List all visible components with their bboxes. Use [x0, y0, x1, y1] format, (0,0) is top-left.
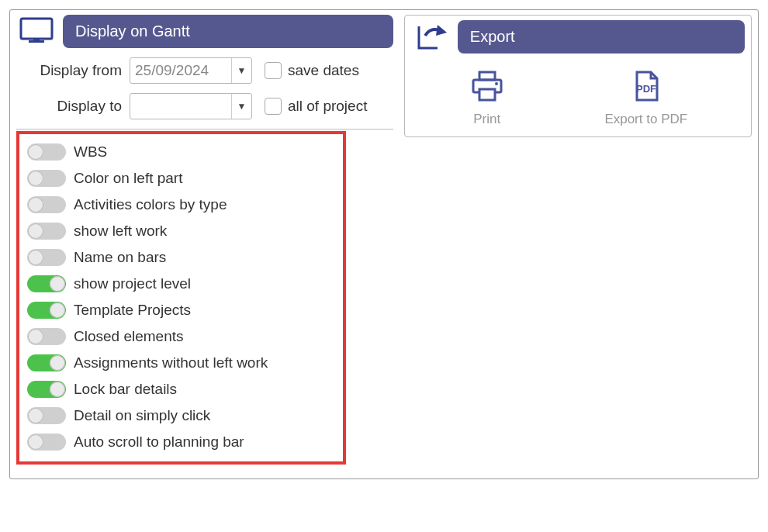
printer-icon: [469, 69, 506, 107]
settings-dialog: Display on Gantt Display from ▼ save dat…: [9, 9, 759, 479]
display-to-dropdown[interactable]: ▼: [231, 94, 251, 119]
toggle-label: Closed elements: [74, 328, 184, 345]
toggle-switch[interactable]: [27, 275, 66, 292]
export-panel: Export Print: [404, 15, 752, 137]
toggle-label: show left work: [74, 223, 167, 240]
toggle-label: show project level: [74, 275, 191, 292]
display-from-input[interactable]: [130, 58, 231, 83]
toggle-row: show project level: [27, 275, 337, 292]
svg-point-6: [495, 82, 498, 85]
toggle-switch[interactable]: [27, 381, 66, 398]
save-dates-label: save dates: [288, 62, 359, 79]
export-actions: Print PDF Export to PDF: [411, 63, 745, 129]
toggle-switch[interactable]: [27, 170, 66, 187]
toggle-label: Color on left part: [74, 170, 182, 187]
all-of-project-label: all of project: [288, 98, 367, 115]
toggle-switch[interactable]: [27, 354, 66, 371]
gantt-panel: Display on Gantt Display from ▼ save dat…: [16, 15, 393, 465]
toggle-row: Closed elements: [27, 328, 337, 345]
toggle-row: Lock bar details: [27, 381, 337, 398]
monitor-icon: [16, 15, 57, 48]
date-filters: Display from ▼ save dates Display to ▼: [16, 57, 393, 119]
toggle-label: Assignments without left work: [74, 354, 268, 371]
toggle-label: WBS: [74, 143, 107, 161]
export-pdf-button[interactable]: PDF Export to PDF: [604, 69, 687, 127]
svg-text:PDF: PDF: [636, 83, 656, 95]
toggle-row: WBS: [27, 143, 337, 161]
toggle-label: Lock bar details: [74, 381, 177, 398]
toggle-switch[interactable]: [27, 302, 66, 319]
display-from-label: Display from: [21, 62, 130, 79]
display-to-label: Display to: [21, 98, 130, 115]
pdf-icon: PDF: [628, 69, 665, 107]
toggle-label: Activities colors by type: [74, 196, 227, 213]
export-panel-head: Export: [411, 20, 745, 54]
display-from-field[interactable]: ▼: [130, 57, 252, 84]
toggle-label: Name on bars: [74, 249, 166, 266]
toggle-switch[interactable]: [27, 223, 66, 240]
toggle-label: Detail on simply click: [74, 407, 210, 424]
display-from-row: Display from ▼ save dates: [21, 57, 393, 84]
toggle-switch[interactable]: [27, 143, 66, 161]
toggle-switch[interactable]: [27, 434, 66, 451]
toggle-row: show left work: [27, 223, 337, 240]
svg-rect-0: [21, 19, 52, 39]
export-pdf-label: Export to PDF: [604, 112, 687, 127]
print-button[interactable]: Print: [469, 69, 506, 127]
toggle-switch[interactable]: [27, 328, 66, 345]
toggle-label: Auto scroll to planning bar: [74, 434, 244, 451]
export-col: Export Print: [404, 15, 752, 137]
export-panel-title: Export: [458, 20, 745, 54]
display-to-row: Display to ▼ all of project: [21, 93, 393, 119]
save-dates-wrap: save dates: [265, 62, 359, 79]
save-dates-checkbox[interactable]: [265, 62, 282, 79]
toggle-row: Name on bars: [27, 249, 337, 266]
export-icon: [411, 20, 451, 54]
toggle-row: Assignments without left work: [27, 354, 337, 371]
toggle-label: Template Projects: [74, 302, 191, 319]
toggle-row: Auto scroll to planning bar: [27, 434, 337, 451]
display-to-input[interactable]: [130, 94, 231, 119]
gantt-panel-title: Display on Gantt: [63, 15, 393, 48]
all-of-project-checkbox[interactable]: [265, 98, 282, 115]
print-label: Print: [473, 112, 500, 127]
all-of-project-wrap: all of project: [265, 98, 367, 115]
toggle-row: Activities colors by type: [27, 196, 337, 213]
gantt-toggle-list: WBSColor on left partActivities colors b…: [16, 131, 346, 465]
display-from-dropdown[interactable]: ▼: [231, 58, 251, 83]
divider: [16, 129, 393, 130]
svg-rect-2: [33, 39, 40, 42]
toggle-switch[interactable]: [27, 407, 66, 424]
toggle-switch[interactable]: [27, 249, 66, 266]
toggle-row: Color on left part: [27, 170, 337, 187]
toggle-row: Template Projects: [27, 302, 337, 319]
toggle-row: Detail on simply click: [27, 407, 337, 424]
display-to-field[interactable]: ▼: [130, 93, 252, 119]
svg-rect-5: [479, 89, 495, 100]
toggle-switch[interactable]: [27, 196, 66, 213]
gantt-panel-head: Display on Gantt: [16, 15, 393, 48]
